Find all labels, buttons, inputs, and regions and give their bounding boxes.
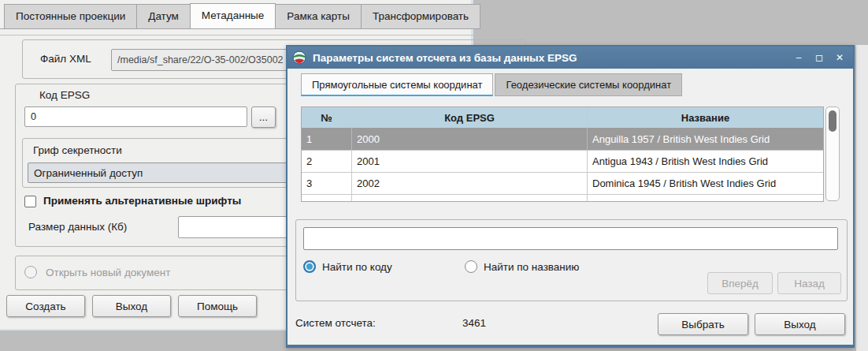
- back-button[interactable]: Назад: [777, 272, 841, 294]
- open-new-doc-radio[interactable]: [24, 266, 37, 278]
- tab-transform[interactable]: Трансформировать: [361, 4, 480, 29]
- search-group: Найти по коду Найти по названию Вперёд Н…: [295, 219, 848, 301]
- forward-button[interactable]: Вперёд: [707, 272, 773, 294]
- tab-map-frame[interactable]: Рамка карты: [275, 4, 362, 29]
- xml-file-label: Файл XML: [40, 53, 91, 65]
- header-epsg-code: Код EPSG: [352, 107, 588, 128]
- help-button[interactable]: Помощь: [178, 295, 257, 317]
- table-row-partial: [302, 194, 823, 201]
- find-by-code-radio[interactable]: [303, 260, 316, 273]
- globe-icon: [292, 50, 306, 65]
- header-number: №: [302, 107, 352, 128]
- select-button[interactable]: Выбрать: [658, 313, 748, 335]
- open-new-doc-label: Открыть новый документ: [46, 267, 170, 278]
- close-icon[interactable]: ✕: [829, 52, 850, 63]
- header-name: Название: [588, 107, 823, 128]
- background-panel-strip: [856, 45, 868, 351]
- minimize-icon[interactable]: –: [788, 52, 809, 63]
- table-row[interactable]: 2 2001 Antigua 1943 / British West Indie…: [302, 150, 823, 172]
- tab-constant-projections[interactable]: Постоянные проекции: [4, 4, 137, 29]
- tab-rectangular-systems[interactable]: Прямоугольные системы координат: [301, 73, 493, 96]
- table-row[interactable]: 3 2002 Dominica 1945 / British West Indi…: [302, 172, 823, 194]
- alt-fonts-checkbox[interactable]: [24, 196, 36, 207]
- epsg-browse-button[interactable]: ...: [251, 106, 276, 128]
- tab-geodesic-systems[interactable]: Геодезические системы координат: [495, 73, 682, 96]
- tab-datum[interactable]: Датум: [136, 4, 191, 29]
- data-size-label: Размер данных (Кб): [28, 221, 127, 233]
- dialog-exit-button[interactable]: Выход: [755, 313, 845, 335]
- dialog-title: Параметры систем отсчета из базы данных …: [313, 52, 577, 64]
- main-tabbar: Постоянные проекции Датум Метаданные Рам…: [4, 3, 480, 29]
- scrollbar-thumb[interactable]: [829, 110, 836, 132]
- find-by-name-radio[interactable]: [465, 260, 477, 273]
- table-scrollbar[interactable]: [825, 106, 840, 201]
- dialog-titlebar[interactable]: Параметры систем отсчета из базы данных …: [287, 47, 853, 69]
- epsg-code-label: Код EPSG: [39, 89, 90, 101]
- panel-divider: [0, 35, 473, 35]
- create-button[interactable]: Создать: [6, 295, 85, 317]
- epsg-dialog: Параметры систем отсчета из базы данных …: [286, 45, 855, 348]
- systems-count-label: Систем отсчета:: [295, 317, 376, 329]
- maximize-icon[interactable]: ◻: [809, 52, 829, 63]
- table-header-row: № Код EPSG Название: [302, 107, 823, 128]
- search-input[interactable]: [303, 227, 838, 250]
- epsg-table: № Код EPSG Название 1 2000 Anguilla 1957…: [301, 106, 824, 202]
- systems-count-value: 3461: [462, 317, 486, 329]
- dialog-tabbar: Прямоугольные системы координат Геодезич…: [301, 73, 684, 96]
- find-by-code-label: Найти по коду: [322, 261, 392, 273]
- epsg-code-field[interactable]: 0: [24, 106, 247, 127]
- alt-fonts-label: Применять альтернативные шрифты: [43, 195, 241, 207]
- table-row[interactable]: 1 2000 Anguilla 1957 / British West Indi…: [302, 128, 823, 150]
- exit-button[interactable]: Выход: [92, 295, 171, 317]
- find-by-name-label: Найти по названию: [484, 261, 580, 273]
- tab-metadata[interactable]: Метаданные: [190, 3, 276, 29]
- secrecy-label: Гриф секретности: [33, 144, 122, 156]
